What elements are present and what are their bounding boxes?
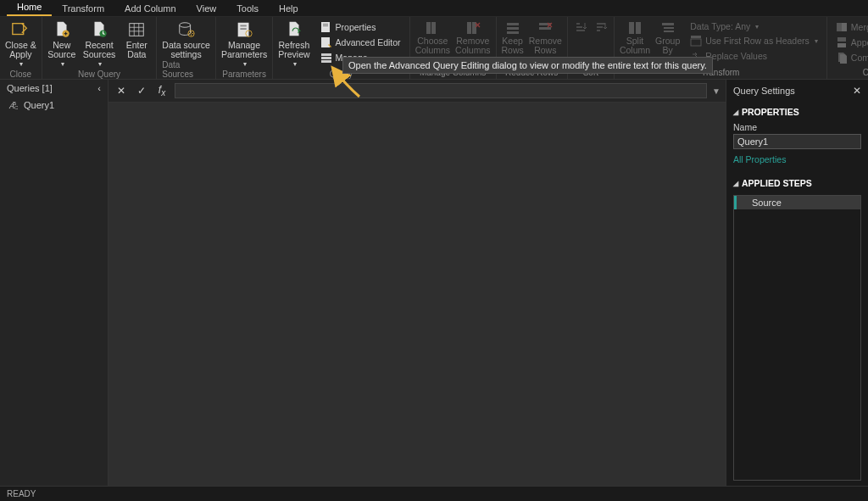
new-source-icon bbox=[53, 20, 71, 39]
svg-rect-7 bbox=[240, 25, 246, 27]
ribbon-group-parameters: Manage Parameters Parameters bbox=[216, 17, 273, 79]
advanced-editor-tooltip: Open the Advanced Query Editing dialog t… bbox=[342, 57, 713, 74]
ribbon-group-data-sources: Data source settings Data Sources bbox=[157, 17, 216, 79]
query-settings-panel: Query Settings ✕ PROPERTIES Name All Pro… bbox=[726, 80, 868, 486]
group-label-parameters: Parameters bbox=[222, 69, 266, 80]
editor-canvas[interactable] bbox=[108, 103, 726, 486]
svg-rect-17 bbox=[426, 22, 431, 34]
svg-rect-21 bbox=[507, 23, 519, 25]
sort-desc-icon bbox=[593, 20, 609, 36]
merge-queries-icon bbox=[836, 21, 848, 33]
merge-queries-button[interactable]: Merge Queries bbox=[832, 20, 868, 34]
tab-tools[interactable]: Tools bbox=[226, 1, 269, 16]
status-bar: READY bbox=[0, 486, 868, 501]
svg-rect-8 bbox=[240, 28, 246, 30]
tab-view[interactable]: View bbox=[186, 1, 227, 16]
queries-title: Queries [1] bbox=[7, 83, 53, 93]
close-apply-button[interactable]: Close & Apply bbox=[5, 20, 36, 69]
group-label-data-sources: Data Sources bbox=[162, 59, 210, 80]
applied-steps-box: Source bbox=[733, 195, 861, 481]
svg-rect-29 bbox=[664, 27, 674, 29]
svg-rect-26 bbox=[629, 22, 634, 34]
sort-asc-button[interactable] bbox=[573, 20, 588, 36]
section-properties[interactable]: PROPERTIES bbox=[733, 102, 861, 120]
ribbon: Close & Apply Close New Source Recent So… bbox=[0, 17, 868, 80]
svg-rect-22 bbox=[507, 27, 519, 30]
group-by-icon bbox=[660, 20, 676, 36]
query-name-input[interactable] bbox=[733, 134, 861, 149]
svg-rect-35 bbox=[837, 37, 846, 42]
refresh-preview-button[interactable]: Refresh Preview bbox=[278, 20, 309, 69]
svg-point-4 bbox=[179, 23, 190, 28]
svg-rect-14 bbox=[321, 53, 331, 56]
svg-rect-3 bbox=[130, 24, 144, 36]
svg-rect-25 bbox=[539, 27, 551, 30]
step-source[interactable]: Source bbox=[734, 196, 860, 209]
data-type-button[interactable]: Data Type: Any bbox=[687, 20, 821, 32]
close-apply-icon bbox=[11, 20, 30, 39]
formula-fx-label: fx bbox=[154, 83, 170, 98]
formula-commit-button[interactable]: ✓ bbox=[134, 83, 149, 98]
properties-button[interactable]: Properties bbox=[317, 20, 404, 34]
sort-asc-icon bbox=[573, 20, 588, 36]
combine-files-button[interactable]: Combine Files bbox=[832, 51, 868, 64]
svg-rect-11 bbox=[323, 24, 328, 25]
svg-rect-34 bbox=[842, 23, 847, 31]
svg-rect-19 bbox=[467, 22, 471, 34]
sort-desc-button[interactable] bbox=[593, 20, 609, 36]
tab-transform[interactable]: Transform bbox=[52, 1, 114, 16]
ribbon-group-new-query: New Source Recent Sources Enter Data New… bbox=[42, 17, 158, 79]
advanced-editor-button[interactable]: Advanced Editor bbox=[317, 36, 404, 49]
queries-panel: Queries [1] ‹ ABC Query1 bbox=[0, 80, 108, 486]
manage-icon bbox=[320, 52, 332, 64]
choose-columns-icon bbox=[425, 20, 440, 36]
tab-help[interactable]: Help bbox=[269, 1, 309, 16]
enter-data-button[interactable]: Enter Data bbox=[122, 20, 151, 59]
append-queries-button[interactable]: Append Queries bbox=[832, 36, 868, 49]
advanced-editor-icon bbox=[320, 36, 332, 48]
enter-data-icon bbox=[127, 20, 146, 39]
ribbon-group-combine: Merge Queries Append Queries Combine Fil… bbox=[827, 17, 868, 79]
editor-area: ✕ ✓ fx ▼ bbox=[108, 80, 726, 486]
split-column-icon bbox=[627, 20, 643, 36]
all-properties-link[interactable]: All Properties bbox=[733, 154, 861, 164]
query-icon: ABC bbox=[8, 100, 19, 110]
svg-rect-36 bbox=[837, 43, 846, 47]
queries-collapse-button[interactable]: ‹ bbox=[97, 83, 101, 93]
formula-expand-button[interactable]: ▼ bbox=[712, 86, 721, 96]
svg-rect-12 bbox=[323, 25, 328, 26]
data-source-settings-button[interactable]: Data source settings bbox=[162, 20, 210, 59]
svg-rect-31 bbox=[691, 36, 701, 38]
svg-rect-23 bbox=[507, 31, 519, 34]
properties-icon bbox=[320, 21, 332, 33]
svg-rect-32 bbox=[691, 39, 701, 46]
formula-cancel-button[interactable]: ✕ bbox=[114, 83, 129, 98]
manage-parameters-button[interactable]: Manage Parameters bbox=[221, 20, 267, 69]
first-row-headers-button[interactable]: Use First Row as Headers bbox=[687, 34, 821, 47]
recent-sources-icon bbox=[90, 20, 108, 39]
menu-tabs: Home Transform Add Column View Tools Hel… bbox=[0, 0, 868, 17]
query-item-label: Query1 bbox=[24, 100, 54, 110]
svg-rect-27 bbox=[636, 22, 641, 34]
settings-close-button[interactable]: ✕ bbox=[853, 85, 861, 97]
svg-rect-15 bbox=[321, 57, 331, 59]
group-label-new-query: New Query bbox=[78, 69, 120, 80]
svg-rect-28 bbox=[662, 23, 674, 25]
formula-input[interactable] bbox=[175, 83, 707, 98]
tab-add-column[interactable]: Add Column bbox=[114, 1, 186, 16]
tab-home[interactable]: Home bbox=[7, 0, 52, 16]
query-item-1[interactable]: ABC Query1 bbox=[0, 97, 108, 114]
combine-files-icon bbox=[836, 52, 848, 64]
recent-sources-button[interactable]: Recent Sources bbox=[83, 20, 116, 69]
settings-title: Query Settings bbox=[733, 86, 795, 96]
group-label-combine: Combine bbox=[863, 67, 868, 78]
refresh-preview-icon bbox=[285, 20, 303, 39]
ribbon-group-close: Close & Apply Close bbox=[0, 17, 42, 79]
append-queries-icon bbox=[836, 36, 848, 48]
new-source-button[interactable]: New Source bbox=[47, 20, 76, 69]
remove-rows-icon bbox=[537, 20, 553, 36]
svg-rect-16 bbox=[321, 60, 331, 63]
section-applied-steps[interactable]: APPLIED STEPS bbox=[733, 173, 861, 192]
svg-rect-33 bbox=[837, 23, 842, 31]
first-row-headers-icon bbox=[690, 35, 702, 47]
